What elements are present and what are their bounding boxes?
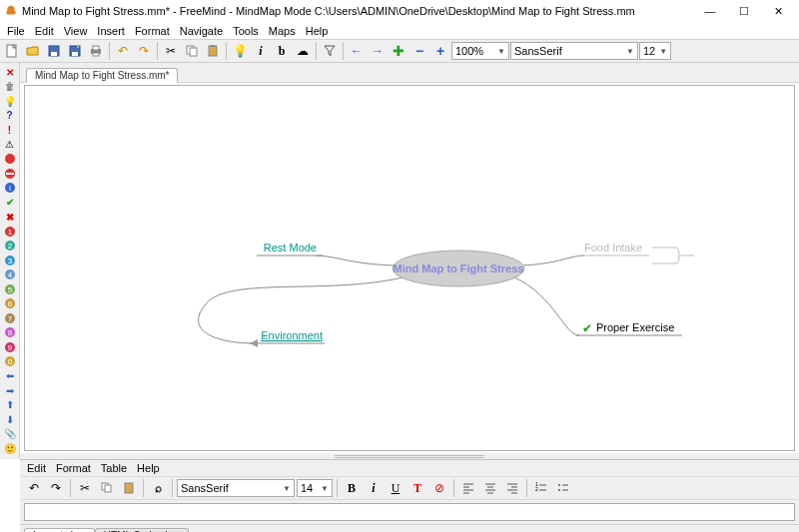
svg-rect-45: [105, 485, 111, 492]
ok-icon[interactable]: ✔: [2, 196, 18, 211]
editor-paste-button[interactable]: [119, 478, 139, 498]
editor-redo-button[interactable]: ↷: [46, 478, 66, 498]
editor-menu-table[interactable]: Table: [96, 462, 132, 474]
svg-point-63: [558, 484, 560, 486]
zoom-in-button[interactable]: +: [430, 41, 450, 61]
menu-help[interactable]: Help: [301, 25, 334, 37]
up-icon[interactable]: ⬆: [2, 398, 18, 413]
priority-0-icon[interactable]: 0: [2, 354, 18, 369]
priority-2-icon[interactable]: 2: [2, 239, 18, 254]
menu-view[interactable]: View: [59, 25, 93, 37]
cut-button[interactable]: ✂: [161, 41, 181, 61]
attach-icon[interactable]: 📎: [2, 427, 18, 442]
font-name-combo[interactable]: SansSerif▼: [510, 42, 638, 60]
forward-icon[interactable]: ➡: [2, 383, 18, 398]
nav-back-button[interactable]: ←: [347, 41, 367, 61]
editor-undo-button[interactable]: ↶: [24, 478, 44, 498]
editor-text-input[interactable]: [24, 503, 795, 521]
menu-file[interactable]: File: [2, 25, 30, 37]
node-rest-mode[interactable]: Rest Mode: [264, 242, 317, 254]
important-icon[interactable]: !: [2, 123, 18, 138]
open-button[interactable]: [23, 41, 43, 61]
node-environment[interactable]: Environment: [261, 329, 323, 341]
idea-icon[interactable]: 💡: [2, 94, 18, 109]
editor-menu-help[interactable]: Help: [132, 462, 165, 474]
menu-maps[interactable]: Maps: [264, 25, 301, 37]
help-icon[interactable]: ?: [2, 109, 18, 124]
node-proper-exercise[interactable]: Proper Exercise: [596, 321, 674, 333]
new-button[interactable]: [2, 41, 22, 61]
editor-align-right-button[interactable]: [502, 478, 522, 498]
splitter[interactable]: [20, 453, 799, 459]
smiley-icon[interactable]: 🙂: [2, 441, 18, 456]
editor-font-name-combo[interactable]: SansSerif▼: [177, 479, 295, 497]
warning-icon[interactable]: ⚠: [2, 138, 18, 153]
trash-icon[interactable]: 🗑: [2, 80, 18, 95]
editor-clear-format-button[interactable]: ⊘: [429, 478, 449, 498]
menu-insert[interactable]: Insert: [92, 25, 130, 37]
zoom-combo[interactable]: 100%▼: [451, 42, 509, 60]
info-icon[interactable]: i: [2, 181, 18, 196]
editor-find-button[interactable]: ⌕: [148, 478, 168, 498]
new-child-button[interactable]: 💡: [230, 41, 250, 61]
no-entry-icon[interactable]: [2, 167, 18, 182]
editor-cut-button[interactable]: ✂: [75, 478, 95, 498]
editor-font-size-combo[interactable]: 14▼: [297, 479, 333, 497]
editor-list-ordered-button[interactable]: 12: [531, 478, 551, 498]
priority-4-icon[interactable]: 4: [2, 267, 18, 282]
window-title: Mind Map to Fight Stress.mm* - FreeMind …: [22, 5, 693, 17]
remove-icon[interactable]: ✕: [2, 65, 18, 80]
editor-menu-edit[interactable]: Edit: [22, 462, 51, 474]
nav-forward-button[interactable]: →: [368, 41, 388, 61]
stop-icon[interactable]: [2, 152, 18, 167]
priority-7-icon[interactable]: 7: [2, 311, 18, 326]
zoom-out-button[interactable]: −: [409, 41, 429, 61]
priority-3-icon[interactable]: 3: [2, 254, 18, 268]
node-food-intake[interactable]: Food Intake: [584, 242, 642, 254]
down-icon[interactable]: ⬇: [2, 412, 18, 427]
not-ok-icon[interactable]: ✖: [2, 210, 18, 225]
save-button[interactable]: [44, 41, 64, 61]
editor-bold-button[interactable]: B: [342, 478, 362, 498]
print-button[interactable]: [86, 41, 106, 61]
menu-edit[interactable]: Edit: [30, 25, 59, 37]
editor-copy-button[interactable]: [97, 478, 117, 498]
minimize-button[interactable]: —: [693, 0, 727, 22]
italic-button[interactable]: i: [251, 41, 271, 61]
document-tab[interactable]: Mind Map to Fight Stress.mm*: [26, 68, 178, 83]
svg-rect-8: [93, 53, 99, 56]
redo-button[interactable]: ↷: [134, 41, 154, 61]
menu-format[interactable]: Format: [130, 25, 175, 37]
editor-list-unordered-button[interactable]: [553, 478, 573, 498]
priority-8-icon[interactable]: 8: [2, 325, 18, 340]
editor-tab-html[interactable]: HTML Code view: [95, 528, 189, 532]
font-size-combo[interactable]: 12▼: [639, 42, 671, 60]
priority-5-icon[interactable]: 5: [2, 282, 18, 297]
menu-navigate[interactable]: Navigate: [175, 25, 228, 37]
editor-italic-button[interactable]: i: [364, 478, 384, 498]
undo-button[interactable]: ↶: [113, 41, 133, 61]
editor-align-center-button[interactable]: [480, 478, 500, 498]
zoom-value: 100%: [455, 45, 483, 57]
cloud-button[interactable]: ☁: [293, 41, 313, 61]
editor-font-color-button[interactable]: T: [407, 478, 427, 498]
editor-align-left-button[interactable]: [458, 478, 478, 498]
back-icon[interactable]: ⬅: [2, 369, 18, 384]
close-button[interactable]: ✕: [761, 0, 795, 22]
filter-button[interactable]: [320, 41, 340, 61]
bold-button[interactable]: b: [272, 41, 292, 61]
copy-button[interactable]: [182, 41, 202, 61]
editor-underline-button[interactable]: U: [386, 478, 405, 498]
nav-home-button[interactable]: ✚: [389, 41, 408, 61]
save-as-button[interactable]: *: [65, 41, 85, 61]
mindmap-canvas[interactable]: Mind Map to Fight Stress Rest Mode Envir…: [24, 85, 795, 451]
svg-marker-40: [250, 339, 258, 347]
maximize-button[interactable]: ☐: [727, 0, 761, 22]
editor-menu-format[interactable]: Format: [51, 462, 96, 474]
priority-1-icon[interactable]: 1: [2, 225, 18, 240]
editor-tab-layout[interactable]: Layout view: [24, 528, 95, 532]
menu-tools[interactable]: Tools: [228, 25, 264, 37]
priority-9-icon[interactable]: 9: [2, 340, 18, 355]
priority-6-icon[interactable]: 6: [2, 296, 18, 311]
paste-button[interactable]: [203, 41, 223, 61]
